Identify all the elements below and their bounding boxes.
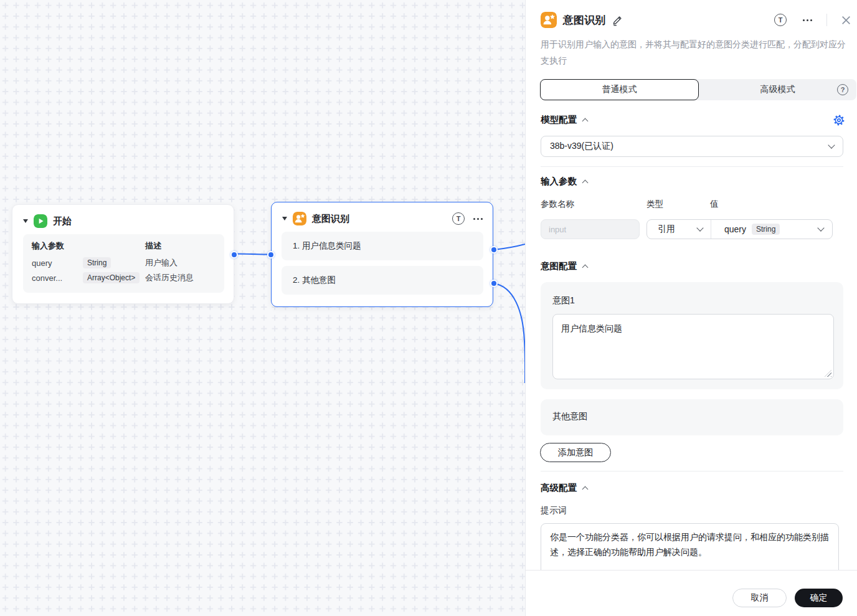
edit-title-icon[interactable]	[612, 14, 623, 26]
panel-footer: 取消 确定	[526, 570, 857, 616]
start-output-port[interactable]	[230, 251, 238, 258]
table-row: query String 用户输入	[32, 255, 215, 270]
ref-type-select[interactable]: 引用	[647, 220, 711, 239]
param-name: conver...	[32, 273, 83, 283]
config-panel: 意图识别 T 用于识别用户输入的意图，并将其与配置好的意图分类进行匹	[525, 0, 857, 616]
start-play-icon	[34, 214, 47, 228]
model-section-title: 模型配置	[541, 114, 587, 126]
chevron-down-icon	[817, 224, 824, 231]
panel-description: 用于识别用户输入的意图，并将其与配置好的意图分类进行匹配，分配到对应分支执行	[541, 36, 850, 69]
test-run-glyph: T	[457, 215, 461, 222]
col-param-name: 参数名称	[541, 199, 574, 210]
string-type-badge: String	[752, 224, 780, 235]
prompt-label: 提示词	[541, 505, 567, 516]
section-divider	[541, 166, 843, 167]
more-icon[interactable]	[473, 218, 483, 220]
intent1-card: 意图1 用户信息类问题	[541, 282, 843, 389]
collapse-icon[interactable]	[582, 265, 589, 271]
intent-branch-row[interactable]: 1. 用户信息类问题	[282, 232, 483, 260]
advanced-section-title: 高级配置	[541, 482, 587, 494]
col-param-type: 类型	[646, 199, 663, 210]
start-params-table: 输入参数 描述 query String 用户输入 conver... Arra…	[23, 234, 224, 293]
cancel-button[interactable]: 取消	[732, 589, 787, 607]
confirm-button[interactable]: 确定	[795, 589, 843, 607]
header-divider	[826, 14, 827, 26]
collapse-icon[interactable]	[582, 118, 589, 125]
tab-label: 高级模式	[760, 84, 795, 95]
type-badge: Array<Object>	[83, 272, 140, 283]
param-name: query	[32, 258, 83, 268]
input-params-section-title: 输入参数	[541, 176, 587, 187]
chevron-down-icon	[696, 224, 703, 231]
grid-dots	[0, 0, 525, 616]
col-input-params: 输入参数	[32, 240, 145, 252]
model-settings-gear-icon[interactable]	[833, 114, 845, 126]
collapse-caret-icon[interactable]	[23, 219, 28, 223]
test-run-glyph: T	[779, 16, 783, 24]
col-param-value: 值	[710, 199, 719, 210]
param-desc: 会话历史消息	[145, 272, 215, 283]
section-title-text: 模型配置	[541, 114, 577, 126]
intent-icon	[541, 12, 557, 28]
table-row: conver... Array<Object> 会话历史消息	[32, 270, 215, 285]
workflow-canvas[interactable]: 开始 输入参数 描述 query String 用户输入 conver... A…	[0, 0, 525, 616]
col-desc: 描述	[145, 240, 215, 252]
other-intent-card: 其他意图	[541, 399, 843, 435]
intent-config-section-title: 意图配置	[541, 260, 587, 272]
intent-branch-row[interactable]: 2. 其他意图	[282, 266, 483, 295]
canvas-grid-and-edges	[0, 0, 525, 616]
test-run-icon[interactable]: T	[774, 14, 787, 26]
add-intent-button[interactable]: 添加意图	[540, 443, 611, 462]
node-start-header: 开始	[12, 205, 234, 234]
section-title-text: 意图配置	[541, 260, 577, 272]
tab-advanced-mode[interactable]: 高级模式 ?	[699, 79, 856, 100]
value-select[interactable]: query String	[711, 220, 832, 239]
node-start[interactable]: 开始 输入参数 描述 query String 用户输入 conver... A…	[12, 204, 234, 304]
panel-content: 意图识别 T 用于识别用户输入的意图，并将其与配置好的意图分类进行匹	[526, 0, 857, 570]
section-title-text: 输入参数	[541, 176, 577, 187]
intent-output-port-2[interactable]	[490, 280, 498, 287]
ref-type-value: 引用	[658, 224, 675, 235]
node-start-title: 开始	[53, 216, 72, 227]
collapse-icon[interactable]	[582, 486, 589, 493]
app-root: 开始 输入参数 描述 query String 用户输入 conver... A…	[0, 0, 857, 616]
more-menu-icon[interactable]	[803, 19, 812, 21]
model-select[interactable]: 38b-v39(已认证)	[541, 136, 843, 157]
intent-input-port[interactable]	[267, 251, 275, 258]
intent1-label: 意图1	[552, 295, 575, 306]
close-icon[interactable]	[841, 15, 851, 26]
param-name-input[interactable]	[541, 219, 640, 239]
help-icon[interactable]: ?	[837, 84, 848, 95]
chevron-down-icon	[828, 141, 835, 148]
model-select-value: 38b-v39(已认证)	[550, 141, 613, 152]
intent-output-port-1[interactable]	[490, 246, 498, 254]
section-divider	[541, 471, 843, 471]
tab-label: 普通模式	[602, 84, 637, 95]
test-run-icon[interactable]: T	[452, 212, 465, 225]
mode-tabs: 普通模式 高级模式 ?	[540, 79, 856, 100]
param-value-compound-select: 引用 query String	[646, 219, 833, 239]
type-badge: String	[83, 257, 111, 268]
param-desc: 用户输入	[145, 257, 215, 268]
node-intent-recognition[interactable]: 意图识别 T 1. 用户信息类问题 2. 其他意图	[271, 202, 493, 307]
collapse-icon[interactable]	[582, 180, 589, 186]
edge-start-to-intent	[234, 254, 271, 255]
help-glyph: ?	[841, 86, 845, 93]
node-intent-header: 意图识别 T	[272, 202, 493, 232]
node-intent-title: 意图识别	[312, 213, 349, 225]
intent1-textarea[interactable]: 用户信息类问题	[552, 314, 834, 379]
tab-normal-mode[interactable]: 普通模式	[540, 79, 699, 100]
prompt-textarea[interactable]: 你是一个功能分类器，你可以根据用户的请求提问，和相应的功能类别描述，选择正确的功…	[541, 523, 839, 570]
section-title-text: 高级配置	[541, 482, 577, 494]
other-intent-label: 其他意图	[552, 411, 587, 422]
value-name: query	[724, 224, 746, 234]
intent-icon	[293, 212, 306, 225]
collapse-caret-icon[interactable]	[282, 217, 287, 220]
intent-branch-label: 1. 用户信息类问题	[293, 240, 361, 252]
intent-branch-label: 2. 其他意图	[293, 275, 336, 286]
panel-title: 意图识别	[563, 13, 605, 27]
